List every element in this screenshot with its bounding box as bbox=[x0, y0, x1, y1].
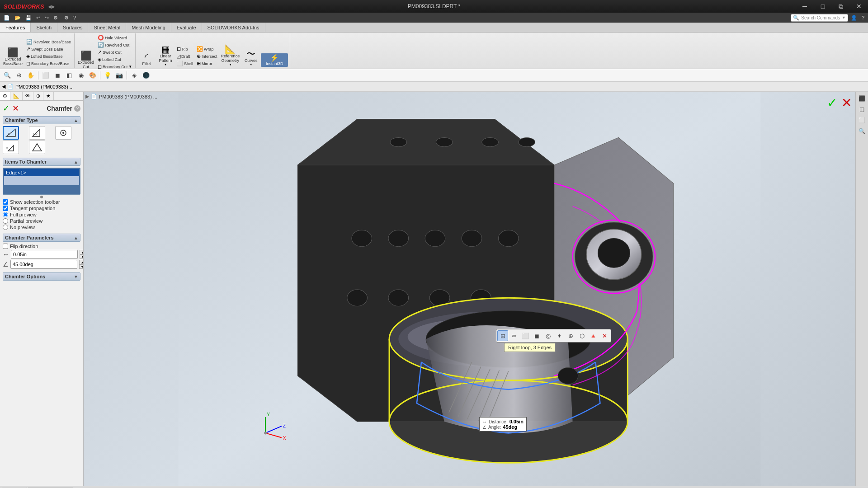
qa-open[interactable]: 📂 bbox=[13, 14, 23, 22]
view-cameras[interactable]: 📷 bbox=[114, 70, 125, 80]
chamfer-type-offset[interactable] bbox=[29, 141, 45, 154]
lofted-boss-button[interactable]: ◈ Lofted Boss/Base bbox=[25, 53, 72, 60]
qa-undo[interactable]: ↩ bbox=[34, 14, 42, 22]
boundary-cut-arrow[interactable]: ▼ bbox=[128, 65, 132, 69]
qa-redo[interactable]: ↪ bbox=[43, 14, 51, 22]
items-to-chamfer-header[interactable]: Items To Chamfer ▲ bbox=[3, 158, 80, 166]
distance-down[interactable]: ▼ bbox=[80, 254, 83, 259]
qa-help2[interactable]: ? bbox=[860, 14, 866, 21]
chamfer-params-header[interactable]: Chamfer Parameters ▲ bbox=[3, 234, 80, 242]
command-search[interactable]: 🔍 Search Commands ▼ bbox=[791, 14, 848, 22]
draft-button[interactable]: ◿ Draft bbox=[175, 53, 194, 60]
mirror-button[interactable]: ⊞ Mirror bbox=[195, 60, 219, 67]
maximize-button[interactable]: □ bbox=[814, 0, 832, 13]
view-zoom[interactable]: ⊕ bbox=[14, 70, 24, 80]
rib-button[interactable]: ⊟ Rib bbox=[175, 46, 194, 52]
boundary-cut-button[interactable]: ◻ Boundary Cut ▼ bbox=[96, 63, 133, 70]
tab-sketch[interactable]: Sketch bbox=[31, 23, 57, 32]
help-button[interactable]: ? bbox=[74, 105, 80, 112]
hole-wizard-button[interactable]: ⭕ Hole Wizard bbox=[96, 34, 133, 41]
linear-pattern-arrow[interactable]: ▼ bbox=[164, 63, 167, 66]
wrap-button[interactable]: 🔀 Wrap bbox=[195, 46, 219, 52]
instant3d-button[interactable]: ⚡ Instant3D bbox=[261, 53, 288, 67]
partial-preview-radio[interactable] bbox=[3, 218, 8, 224]
rs-btn-1[interactable]: ⬛ bbox=[857, 94, 867, 103]
tab-sheet-metal[interactable]: Sheet Metal bbox=[88, 23, 126, 32]
view-rotate[interactable]: 🔍 bbox=[2, 70, 13, 80]
view-appearance[interactable]: 🎨 bbox=[87, 70, 98, 80]
view-lights[interactable]: 💡 bbox=[102, 70, 113, 80]
view-display[interactable]: ◉ bbox=[75, 70, 86, 80]
items-box[interactable]: Edge<1> bbox=[3, 168, 80, 195]
panel-ok-button[interactable]: ✓ bbox=[3, 103, 9, 113]
panel-cancel-button[interactable]: ✕ bbox=[12, 103, 19, 113]
boundary-boss-button[interactable]: ◻ Boundary Boss/Base bbox=[25, 60, 72, 67]
tab-features[interactable]: Features bbox=[0, 23, 31, 32]
tab-evaluate[interactable]: Evaluate bbox=[171, 23, 202, 32]
ctx-close[interactable]: ✕ bbox=[599, 330, 610, 341]
qa-rebuild[interactable]: ⚙ bbox=[52, 14, 60, 22]
show-selection-toolbar-checkbox[interactable] bbox=[3, 199, 8, 205]
no-preview-radio[interactable] bbox=[3, 225, 8, 230]
qa-save[interactable]: 💾 bbox=[24, 14, 33, 22]
curves-arrow[interactable]: ▼ bbox=[250, 63, 253, 66]
swept-cut-button[interactable]: ↗ Swept Cut bbox=[96, 49, 133, 56]
chamfer-type-dist-dist[interactable]: DD bbox=[29, 126, 45, 140]
rs-btn-4[interactable]: 🔍 bbox=[857, 126, 867, 136]
ctx-filter1[interactable]: ⊕ bbox=[565, 330, 576, 341]
minimize-button[interactable]: ─ bbox=[796, 0, 814, 13]
top-ok-button[interactable]: ✓ bbox=[827, 95, 837, 110]
chamfer-type-angle-dist[interactable]: D bbox=[3, 126, 19, 140]
chamfer-type-vertex[interactable] bbox=[55, 126, 71, 140]
qa-options[interactable]: ⚙ bbox=[62, 14, 71, 22]
distance-input[interactable] bbox=[11, 250, 78, 259]
toolbar-arrows[interactable]: ◀▶ bbox=[48, 4, 55, 9]
flip-direction-checkbox[interactable] bbox=[3, 244, 8, 249]
view-pan[interactable]: ✋ bbox=[25, 70, 36, 80]
shell-button[interactable]: ⬜ Shell bbox=[175, 60, 194, 67]
chamfer-type-header[interactable]: Chamfer Type ▲ bbox=[3, 116, 80, 124]
revolved-cut-button[interactable]: 🔄 Revolved Cut bbox=[96, 42, 133, 48]
tangent-propagation-checkbox[interactable] bbox=[3, 206, 8, 211]
top-cancel-button[interactable]: ✕ bbox=[841, 95, 852, 110]
sidebar-tab-features[interactable]: ⚙ bbox=[0, 92, 10, 100]
chamfer-type-equal-dist[interactable]: ≡ bbox=[3, 141, 19, 154]
angle-down[interactable]: ▼ bbox=[79, 264, 83, 269]
qa-new[interactable]: 📄 bbox=[2, 14, 12, 22]
sidebar-tab-sketch[interactable]: 📐 bbox=[10, 92, 23, 100]
sidebar-tab-properties[interactable]: ⊕ bbox=[33, 92, 43, 100]
restore-button[interactable]: ⧉ bbox=[832, 0, 850, 13]
angle-up[interactable]: ▲ bbox=[79, 260, 83, 264]
curves-button[interactable]: 〜 Curves ▼ bbox=[242, 48, 260, 67]
close-button[interactable]: ✕ bbox=[850, 0, 868, 13]
rs-btn-2[interactable]: ◫ bbox=[857, 104, 867, 114]
swept-boss-button[interactable]: ↗ Swept Boss Base bbox=[25, 46, 72, 52]
view-realview[interactable]: ◈ bbox=[129, 70, 140, 80]
ctx-feature[interactable]: ⬜ bbox=[520, 330, 531, 341]
angle-input[interactable] bbox=[10, 260, 77, 269]
ctx-sketch[interactable]: ✏ bbox=[509, 330, 519, 341]
fillet-button[interactable]: ◜ Fillet bbox=[137, 52, 156, 67]
tab-addins[interactable]: SOLIDWORKS Add-Ins bbox=[202, 23, 265, 32]
ctx-component[interactable]: ◎ bbox=[542, 330, 553, 341]
lofted-cut-button[interactable]: ◈ Lofted Cut bbox=[96, 56, 133, 63]
ctx-filter2[interactable]: ⬡ bbox=[576, 330, 587, 341]
qa-help[interactable]: ? bbox=[71, 14, 78, 21]
intersect-button[interactable]: ⊕ Intersect bbox=[195, 53, 219, 60]
extruded-boss-button[interactable]: ⬛ ExtrudedBoss/Base bbox=[2, 47, 24, 67]
full-preview-radio[interactable] bbox=[3, 212, 8, 217]
chamfer-options-header[interactable]: Chamfer Options ▼ bbox=[3, 272, 80, 281]
qa-user[interactable]: 👤 bbox=[849, 14, 859, 22]
view-hidden[interactable]: ◼ bbox=[52, 70, 63, 80]
ctx-body[interactable]: ◼ bbox=[531, 330, 542, 341]
sidebar-tab-extra[interactable]: ★ bbox=[43, 92, 54, 100]
rs-btn-3[interactable]: ⬜ bbox=[857, 115, 867, 125]
view-section[interactable]: ◧ bbox=[64, 70, 75, 80]
extruded-cut-button[interactable]: ⬛ ExtrudedCut bbox=[76, 50, 95, 70]
reference-geometry-button[interactable]: 📐 ReferenceGeometry ▼ bbox=[220, 44, 241, 67]
panel-collapse-icon[interactable]: ◀ bbox=[2, 84, 5, 89]
view-wireframe[interactable]: ⬜ bbox=[40, 70, 51, 80]
ctx-filter3[interactable]: 🔺 bbox=[588, 330, 599, 341]
linear-pattern-button[interactable]: ▦ LinearPattern ▼ bbox=[156, 44, 175, 67]
view-shadows[interactable]: 🌑 bbox=[141, 70, 151, 80]
